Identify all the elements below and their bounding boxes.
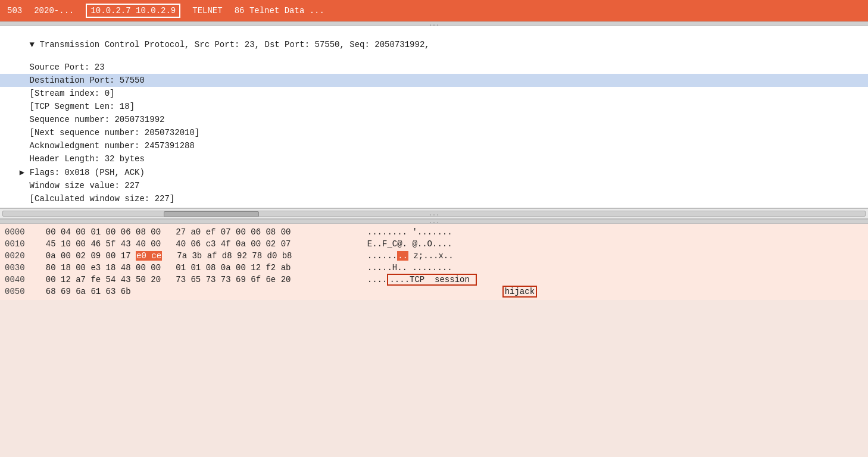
hex-offset-0: 0000 [5,227,36,237]
hex-row-0000: 0000 00 04 00 01 00 06 08 00 27 a0 ef 07… [0,226,868,238]
ack-number-row[interactable]: Acknowledgment number: 2457391288 [0,139,868,152]
scrollbar-thumb[interactable] [164,211,259,217]
hex-bytes-0: 00 04 00 01 00 06 08 00 27 a0 ef 07 00 0… [36,227,345,237]
stream-index-row[interactable]: [Stream index: 0] [0,87,868,100]
source-port-row[interactable]: Source Port: 23 [0,61,868,74]
hex-bytes-1: 45 10 00 46 5f 43 40 00 40 06 c3 4f 0a 0… [36,239,345,249]
ascii-highlight-dots: .. [397,251,408,261]
scrollbar-track[interactable]: ... [2,211,866,217]
hex-row-0040: 0040 00 12 a7 fe 54 43 50 20 73 65 73 73… [0,274,868,286]
hex-row-0010: 0010 45 10 00 46 5f 43 40 00 40 06 c3 4f… [0,238,868,250]
packet-number: 503 [7,6,22,15]
flags-row[interactable]: ▶ Flags: 0x018 (PSH, ACK) [0,165,868,179]
packet-time: 2020-... [34,6,74,15]
hex-bytes-4: 00 12 a7 fe 54 43 50 20 73 65 73 73 69 6… [36,275,345,284]
ascii-tcp-session-box: ....TCP session [387,274,477,286]
next-seq-row[interactable]: [Next sequence number: 2050732010] [0,126,868,139]
hex-bytes-5: 68 69 6a 61 63 6b [36,287,345,296]
packet-info: 86 Telnet Data ... [235,6,324,15]
hex-ascii-3: .....H.. ........ [357,263,452,273]
scrollbar-dots: ... [429,211,439,217]
tcp-seg-len-row[interactable]: [TCP Segment Len: 18] [0,100,868,113]
hex-ascii-2: ........ z;...x.. [357,251,454,261]
hex-highlight-e0ce: e0 ce [136,251,162,261]
calc-window-row[interactable]: [Calculated window size: 227] [0,192,868,205]
hex-row-0030: 0030 80 18 00 e3 18 48 00 00 01 01 08 0a… [0,262,868,274]
seq-number-row[interactable]: Sequence number: 2050731992 [0,113,868,126]
detail-panel: ▼ Transmission Control Protocol, Src Por… [0,26,868,208]
packet-protocol: TELNET [192,6,222,15]
horizontal-scrollbar[interactable]: ... [0,208,868,219]
hex-offset-1: 0010 [5,239,36,249]
hex-row-0020: 0020 0a 00 02 09 00 17 e0 ce 7a 3b af d8… [0,250,868,262]
ascii-hijack-box: hijack [502,286,537,298]
dest-port-row[interactable]: Destination Port: 57550 [0,74,868,87]
hex-ascii-0: ........ '....... [357,227,452,237]
hex-offset-3: 0030 [5,263,36,273]
hex-panel: 0000 00 04 00 01 00 06 08 00 27 a0 ef 07… [0,224,868,300]
hex-offset-4: 0040 [5,275,36,284]
hex-offset-2: 0020 [5,251,36,261]
tcp-header-row[interactable]: ▼ Transmission Control Protocol, Src Por… [0,29,868,61]
panel-divider-mid: ... [0,219,868,224]
hex-row-0050: 0050 68 69 6a 61 63 6b hijack [0,286,868,298]
hex-offset-5: 0050 [5,287,36,296]
header-length-row[interactable]: Header Length: 32 bytes [0,152,868,165]
hex-ascii-4: ........TCP session [357,275,477,284]
src-dst-highlight: 10.0.2.7 10.0.2.9 [86,4,180,18]
hex-bytes-2: 0a 00 02 09 00 17 e0 ce 7a 3b af d8 92 7… [36,251,345,261]
packet-row[interactable]: 503 2020-... 10.0.2.7 10.0.2.9 TELNET 86… [0,0,868,21]
hex-bytes-3: 80 18 00 e3 18 48 00 00 01 01 08 0a 00 1… [36,263,345,273]
window-size-row[interactable]: Window size value: 227 [0,179,868,192]
hex-ascii-5: hijack [357,287,537,296]
hex-ascii-1: E..F_C@. @..O.... [357,239,452,249]
panel-divider-top: ... [0,21,868,26]
